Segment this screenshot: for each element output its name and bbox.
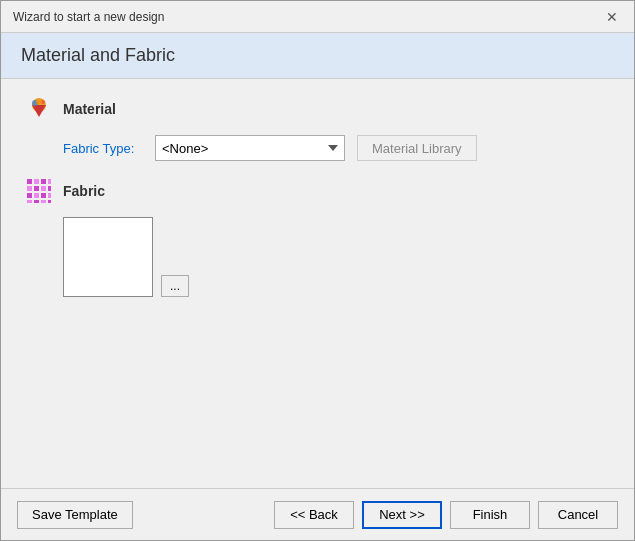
svg-rect-11 — [34, 186, 39, 191]
footer-right: << Back Next >> Finish Cancel — [274, 501, 618, 529]
cancel-button[interactable]: Cancel — [538, 501, 618, 529]
svg-rect-16 — [41, 193, 46, 198]
title-bar: Wizard to start a new design ✕ — [1, 1, 634, 33]
svg-rect-18 — [27, 200, 32, 203]
fabric-section: Fabric ... — [25, 177, 610, 297]
close-button[interactable]: ✕ — [602, 7, 622, 27]
next-button[interactable]: Next >> — [362, 501, 442, 529]
material-section-label: Material — [63, 101, 116, 117]
material-icon — [25, 95, 53, 123]
svg-rect-20 — [41, 200, 46, 203]
svg-rect-4 — [36, 100, 42, 104]
save-template-button[interactable]: Save Template — [17, 501, 133, 529]
fabric-preview-area: ... — [63, 217, 610, 297]
wizard-header: Material and Fabric — [1, 33, 634, 79]
fabric-preview-box — [63, 217, 153, 297]
svg-rect-14 — [27, 193, 32, 198]
fabric-type-label: Fabric Type: — [63, 141, 143, 156]
fabric-type-row: Fabric Type: <None> Material Library — [63, 135, 610, 161]
fabric-type-dropdown[interactable]: <None> — [155, 135, 345, 161]
fabric-icon — [25, 177, 53, 205]
svg-marker-1 — [32, 105, 46, 117]
dialog-title: Wizard to start a new design — [13, 10, 164, 24]
fabric-browse-button[interactable]: ... — [161, 275, 189, 297]
svg-rect-9 — [48, 179, 51, 184]
fabric-section-header: Fabric — [25, 177, 610, 205]
svg-rect-12 — [41, 186, 46, 191]
footer-left: Save Template — [17, 501, 133, 529]
finish-button[interactable]: Finish — [450, 501, 530, 529]
wizard-content: Material Fabric Type: <None> Material Li… — [1, 79, 634, 488]
svg-rect-19 — [34, 200, 39, 203]
svg-rect-10 — [27, 186, 32, 191]
dialog-footer: Save Template << Back Next >> Finish Can… — [1, 488, 634, 540]
back-button[interactable]: << Back — [274, 501, 354, 529]
fabric-section-label: Fabric — [63, 183, 105, 199]
wizard-dialog: Wizard to start a new design ✕ Material … — [0, 0, 635, 541]
svg-rect-6 — [27, 179, 32, 184]
svg-rect-7 — [34, 179, 39, 184]
svg-rect-8 — [41, 179, 46, 184]
svg-rect-21 — [48, 200, 51, 203]
svg-rect-13 — [48, 186, 51, 191]
svg-rect-17 — [48, 193, 51, 198]
material-section-header: Material — [25, 95, 610, 123]
material-library-button[interactable]: Material Library — [357, 135, 477, 161]
svg-rect-15 — [34, 193, 39, 198]
wizard-heading: Material and Fabric — [21, 45, 614, 66]
